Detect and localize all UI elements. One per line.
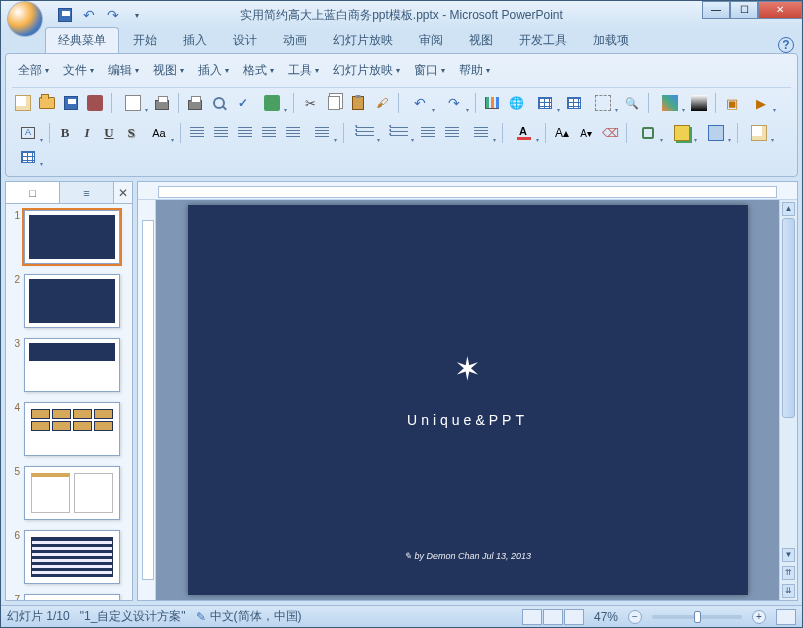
italic-button[interactable]: I xyxy=(77,125,97,141)
slide-thumbnail-6[interactable] xyxy=(24,530,120,584)
quickprint-button[interactable] xyxy=(151,92,173,114)
quick-styles-button[interactable]: ▾ xyxy=(700,122,732,144)
bullets-button[interactable]: ▾ xyxy=(349,122,381,144)
vertical-scrollbar[interactable]: ▲ ▼ ⇈ ⇊ xyxy=(779,200,797,600)
gridlines-button[interactable]: ▾ xyxy=(587,92,619,114)
align-left-button[interactable] xyxy=(186,122,208,144)
undo-button[interactable]: ↶▾ xyxy=(404,92,436,114)
bold-button[interactable]: B xyxy=(55,125,75,141)
format-painter-button[interactable]: 🖌 xyxy=(371,92,393,114)
redo-button[interactable]: ↷▾ xyxy=(438,92,470,114)
line-spacing-button[interactable]: ▾ xyxy=(465,122,497,144)
shadow-button[interactable]: S xyxy=(121,125,141,141)
tab-slides-thumbnails[interactable]: □ xyxy=(6,182,60,203)
increase-indent-button[interactable] xyxy=(441,122,463,144)
sorter-view-button[interactable] xyxy=(543,609,563,625)
menu-window[interactable]: 窗口▾ xyxy=(408,60,451,81)
layout-button[interactable]: ▾ xyxy=(12,146,44,168)
shapes-button[interactable]: ▾ xyxy=(632,122,664,144)
qat-undo-button[interactable]: ↶ xyxy=(79,5,99,25)
status-theme[interactable]: "1_自定义设计方案" xyxy=(80,608,186,625)
maximize-button[interactable]: ☐ xyxy=(730,1,758,19)
color-scheme-button[interactable]: ▾ xyxy=(654,92,686,114)
slide-thumbnail-5[interactable] xyxy=(24,466,120,520)
zoom-slider-handle[interactable] xyxy=(694,611,701,623)
menu-help[interactable]: 帮助▾ xyxy=(453,60,496,81)
new-slide-button[interactable]: ▾ xyxy=(743,122,775,144)
ruler-horizontal[interactable] xyxy=(138,182,797,200)
open-button[interactable] xyxy=(36,92,58,114)
preview-button[interactable] xyxy=(208,92,230,114)
run-show-button[interactable]: ▣ xyxy=(721,92,743,114)
thumbnails-list[interactable]: 1 2 3 4 5 6 7 xyxy=(6,204,132,600)
paste-button[interactable] xyxy=(347,92,369,114)
qat-save-button[interactable] xyxy=(55,5,75,25)
scroll-down-button[interactable]: ▼ xyxy=(782,548,795,562)
align-center-button[interactable] xyxy=(210,122,232,144)
zoom-level[interactable]: 47% xyxy=(594,610,618,624)
qat-redo-button[interactable]: ↷ xyxy=(103,5,123,25)
slide-thumbnail-2[interactable] xyxy=(24,274,120,328)
menu-file[interactable]: 文件▾ xyxy=(57,60,100,81)
decrease-indent-button[interactable] xyxy=(417,122,439,144)
new-button[interactable] xyxy=(12,92,34,114)
normal-view-button[interactable] xyxy=(522,609,542,625)
hyperlink-button[interactable]: 🌐 xyxy=(505,92,527,114)
menu-format[interactable]: 格式▾ xyxy=(237,60,280,81)
tab-outline[interactable]: ≡ xyxy=(60,182,114,203)
menu-view[interactable]: 视图▾ xyxy=(147,60,190,81)
tab-view[interactable]: 视图 xyxy=(457,28,505,53)
status-slide-number[interactable]: 幻灯片 1/10 xyxy=(7,608,70,625)
grayscale-button[interactable] xyxy=(688,92,710,114)
scroll-up-button[interactable]: ▲ xyxy=(782,202,795,216)
close-pane-button[interactable]: ✕ xyxy=(114,182,132,203)
zoom-in-button[interactable]: + xyxy=(752,610,766,624)
zoom-button[interactable]: 🔍 xyxy=(621,92,643,114)
text-direction-button[interactable]: ▾ xyxy=(12,122,44,144)
increase-font-button[interactable]: A▴ xyxy=(551,122,573,144)
tab-animation[interactable]: 动画 xyxy=(271,28,319,53)
change-case-button[interactable]: Aa▾ xyxy=(143,122,175,144)
distributed-button[interactable] xyxy=(282,122,304,144)
fit-window-button[interactable] xyxy=(776,609,796,625)
columns-button[interactable]: ▾ xyxy=(306,122,338,144)
tab-addins[interactable]: 加载项 xyxy=(581,28,641,53)
tab-slideshow[interactable]: 幻灯片放映 xyxy=(321,28,405,53)
qat-customize-button[interactable]: ▾ xyxy=(127,5,147,25)
copy-button[interactable] xyxy=(323,92,345,114)
tab-design[interactable]: 设计 xyxy=(221,28,269,53)
tab-review[interactable]: 审阅 xyxy=(407,28,455,53)
slide-thumbnail-3[interactable] xyxy=(24,338,120,392)
menu-slideshow[interactable]: 幻灯片放映▾ xyxy=(327,60,406,81)
scrollbar-thumb[interactable] xyxy=(782,218,795,418)
spelling-button[interactable]: ✓ xyxy=(232,92,254,114)
tab-insert[interactable]: 插入 xyxy=(171,28,219,53)
decrease-font-button[interactable]: A▾ xyxy=(575,122,597,144)
tab-home[interactable]: 开始 xyxy=(121,28,169,53)
clear-format-button[interactable]: ⌫ xyxy=(599,122,621,144)
tab-developer[interactable]: 开发工具 xyxy=(507,28,579,53)
menu-tools[interactable]: 工具▾ xyxy=(282,60,325,81)
next-slide-button[interactable]: ⇊ xyxy=(782,584,795,598)
slide-1[interactable]: ✶ Unique&PPT ✎ by Demon Chan Jul 13, 201… xyxy=(188,205,748,595)
minimize-button[interactable]: — xyxy=(702,1,730,19)
table-button[interactable]: ▾ xyxy=(529,92,561,114)
slide-thumbnail-4[interactable] xyxy=(24,402,120,456)
run-from-button[interactable]: ▶▾ xyxy=(745,92,777,114)
menu-edit[interactable]: 编辑▾ xyxy=(102,60,145,81)
justify-button[interactable] xyxy=(258,122,280,144)
slideshow-view-button[interactable] xyxy=(564,609,584,625)
numbering-button[interactable]: ▾ xyxy=(383,122,415,144)
ruler-vertical[interactable] xyxy=(138,200,156,600)
align-right-button[interactable] xyxy=(234,122,256,144)
help-button[interactable]: ? xyxy=(778,37,794,53)
slide-canvas[interactable]: ✶ Unique&PPT ✎ by Demon Chan Jul 13, 201… xyxy=(156,200,779,600)
slide-thumbnail-1[interactable] xyxy=(24,210,120,264)
permission-button[interactable] xyxy=(84,92,106,114)
cut-button[interactable]: ✂ xyxy=(299,92,321,114)
tables-button[interactable] xyxy=(563,92,585,114)
prev-slide-button[interactable]: ⇈ xyxy=(782,566,795,580)
research-button[interactable]: ▾ xyxy=(256,92,288,114)
close-button[interactable] xyxy=(758,1,802,19)
zoom-out-button[interactable]: − xyxy=(628,610,642,624)
